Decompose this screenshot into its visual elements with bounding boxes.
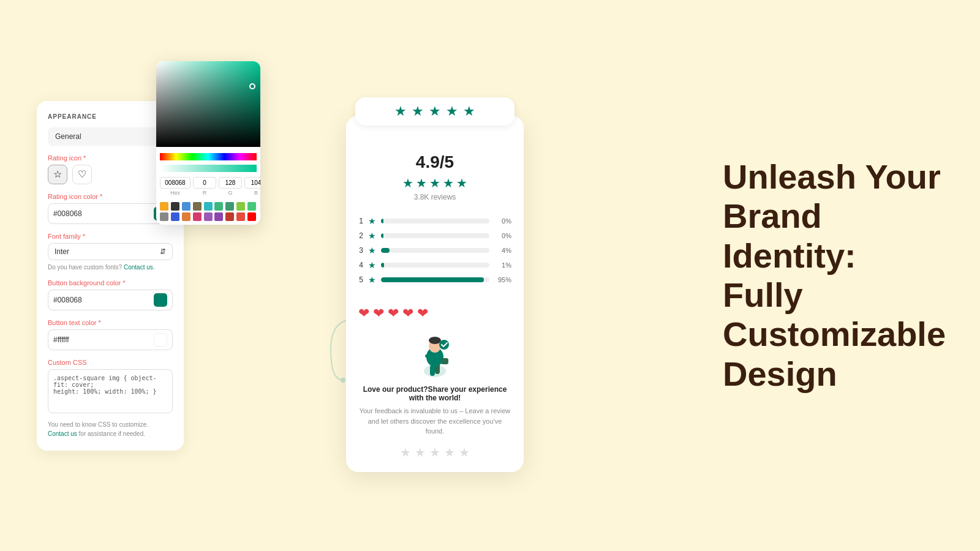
rating-star-4: ★: [443, 176, 454, 190]
heart-icon-button[interactable]: ♡: [72, 165, 92, 184]
hearts-row: ❤ ❤ ❤ ❤ ❤: [346, 299, 524, 331]
empty-star-2[interactable]: ★: [415, 445, 426, 460]
g-label: G: [219, 190, 242, 196]
swatch-green[interactable]: [214, 202, 223, 211]
bar-fill-4: [381, 263, 384, 268]
r-input[interactable]: [193, 177, 216, 189]
bar-row-4: 4 ★ 1%: [358, 260, 511, 270]
swatch-emerald[interactable]: [225, 202, 234, 211]
general-section[interactable]: General ⌄: [48, 127, 173, 146]
color-picker-gradient[interactable]: [156, 61, 260, 147]
chevron-icon: ⇵: [160, 247, 166, 256]
empty-star-1[interactable]: ★: [400, 445, 411, 460]
rating-icon-label: Rating icon *: [48, 154, 173, 162]
empty-star-4[interactable]: ★: [444, 445, 455, 460]
rating-star-3: ★: [429, 176, 440, 190]
button-bg-color-swatch[interactable]: [154, 293, 167, 307]
bar-star-1: ★: [368, 216, 376, 226]
top-stars-bar: ★ ★ ★ ★ ★: [355, 97, 514, 126]
button-text-color-input-row[interactable]: #ffffff: [48, 329, 173, 350]
headline-line4: Customizable: [723, 315, 946, 353]
swatch-burnt[interactable]: [182, 212, 190, 221]
rating-icon-color-input-row[interactable]: #008068: [48, 203, 173, 224]
star-3: ★: [429, 103, 441, 119]
swatch-mint[interactable]: [247, 202, 256, 211]
bar-row-1: 1 ★ 0%: [358, 216, 511, 226]
svg-point-10: [439, 340, 449, 350]
empty-star-3[interactable]: ★: [429, 445, 440, 460]
preview-card: 4.9/5 ★ ★ ★ ★ ★ 3.8K reviews 1 ★ 0%: [346, 116, 524, 472]
swatch-blue[interactable]: [182, 202, 190, 211]
contact-us-link[interactable]: Contact us.: [124, 264, 155, 271]
rating-icon-color-input[interactable]: #008068: [53, 209, 154, 218]
color-picker-inputs: Hex R G B A: [156, 172, 260, 202]
swatch-dark[interactable]: [171, 202, 179, 211]
bar-row-5: 5 ★ 95%: [358, 275, 511, 285]
bar-track-5: [381, 277, 489, 282]
custom-css-label: Custom CSS: [48, 359, 173, 366]
color-swatches-grid: [156, 202, 260, 225]
cta-title: Love our product?Share your experience w…: [358, 385, 511, 402]
star-4: ★: [446, 103, 458, 119]
custom-fonts-note: Do you have custom fonts? Contact us.: [48, 264, 173, 271]
rating-stars-row: ★ ★ ★ ★ ★: [358, 176, 511, 190]
headline: Unleash Your Brand Identity: Fully Custo…: [723, 157, 943, 394]
custom-css-textarea[interactable]: .aspect-square img { object-fit: cover; …: [48, 369, 173, 413]
svg-rect-7: [425, 354, 430, 358]
swatch-teal[interactable]: [204, 202, 213, 211]
swatch-bright-red[interactable]: [247, 212, 256, 221]
css-contact-link[interactable]: Contact us: [48, 430, 77, 437]
rating-star-2: ★: [416, 176, 427, 190]
swatch-rose[interactable]: [193, 212, 202, 221]
right-text: Unleash Your Brand Identity: Fully Custo…: [686, 157, 943, 394]
bar-star-5: ★: [368, 275, 376, 285]
bar-fill-3: [381, 248, 390, 253]
bar-track-4: [381, 263, 489, 268]
hex-input[interactable]: [160, 177, 190, 189]
headline-line3: Identity: Fully: [723, 236, 856, 314]
swatch-red[interactable]: [236, 212, 245, 221]
font-family-select[interactable]: Inter ⇵: [48, 243, 173, 260]
bar-star-2: ★: [368, 231, 376, 241]
heart-4: ❤: [402, 305, 413, 321]
b-label: B: [244, 190, 260, 196]
css-note: You need to know CSS to customize. Conta…: [48, 420, 173, 438]
headline-line5: Design: [723, 354, 837, 393]
bar-track-1: [381, 219, 489, 223]
star-5: ★: [463, 103, 475, 119]
button-text-color-input[interactable]: #ffffff: [53, 335, 154, 344]
button-bg-color-input[interactable]: #008068: [53, 296, 154, 304]
swatch-lime[interactable]: [236, 202, 245, 211]
bar-row-2: 2 ★ 0%: [358, 231, 511, 241]
cta-empty-stars[interactable]: ★ ★ ★ ★ ★: [358, 445, 511, 460]
b-input[interactable]: [244, 177, 260, 189]
color-picker-handle[interactable]: [249, 83, 255, 89]
swatch-orange[interactable]: [160, 202, 168, 211]
swatch-gray[interactable]: [160, 212, 168, 221]
panel-title: APPEARANCE: [48, 113, 173, 120]
empty-star-5[interactable]: ★: [459, 445, 470, 460]
swatch-brown[interactable]: [193, 202, 202, 211]
alpha-slider[interactable]: [160, 165, 257, 172]
heart-1: ❤: [358, 305, 369, 321]
hex-label: Hex: [160, 190, 190, 196]
swatch-violet[interactable]: [214, 212, 223, 221]
bar-track-2: [381, 233, 489, 238]
font-family-label: Font family *: [48, 233, 173, 240]
swatch-crimson[interactable]: [225, 212, 234, 221]
rating-star-1: ★: [402, 176, 413, 190]
bar-star-4: ★: [368, 260, 376, 270]
r-label: R: [193, 190, 216, 196]
g-input[interactable]: [219, 177, 242, 189]
headline-line1: Unleash Your: [723, 157, 941, 196]
button-text-color-swatch[interactable]: [154, 333, 167, 347]
button-bg-color-input-row[interactable]: #008068: [48, 290, 173, 310]
heart-5: ❤: [417, 305, 428, 321]
hue-slider[interactable]: [160, 153, 257, 160]
swatch-indigo[interactable]: [171, 212, 179, 221]
star-icon-button[interactable]: ☆: [48, 165, 67, 184]
star-2: ★: [412, 103, 424, 119]
swatch-purple[interactable]: [204, 212, 213, 221]
color-picker-popup: Hex R G B A: [156, 61, 260, 225]
button-text-color-label: Button text color *: [48, 319, 173, 326]
